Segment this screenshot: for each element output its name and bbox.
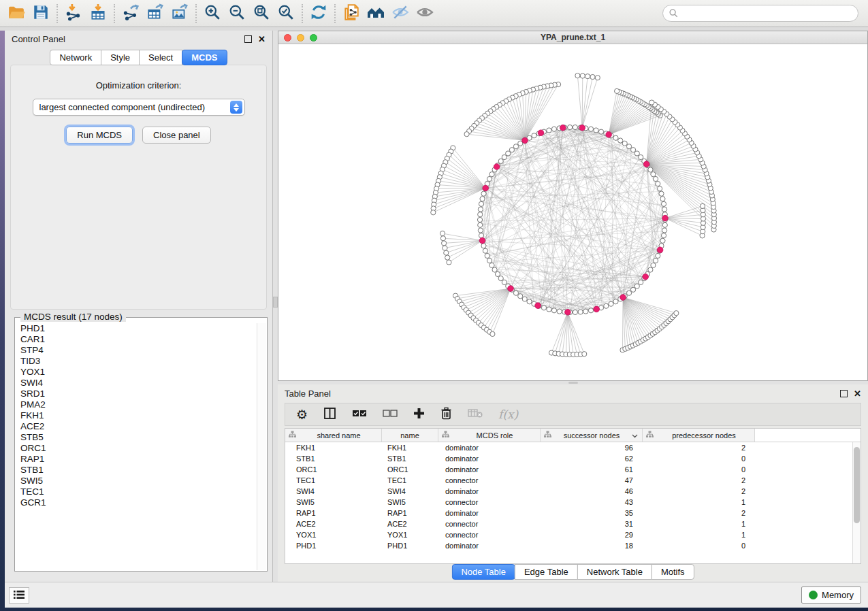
table-cell[interactable]: dominator bbox=[438, 487, 541, 495]
table-row[interactable]: TEC1TEC1connector472 bbox=[285, 475, 853, 486]
mcds-result-item[interactable]: PMA2 bbox=[16, 399, 257, 410]
network-window-titlebar[interactable]: YPA_prune.txt_1 bbox=[278, 31, 867, 44]
function-builder-button[interactable]: f(x) bbox=[498, 406, 518, 423]
column-chooser-button[interactable] bbox=[323, 406, 336, 423]
table-cell[interactable]: YOX1 bbox=[285, 531, 382, 539]
table-cell[interactable]: 43 bbox=[541, 498, 643, 506]
apply-layout-button[interactable] bbox=[306, 3, 331, 24]
table-row[interactable]: YOX1YOX1connector291 bbox=[285, 529, 853, 540]
table-settings-button[interactable]: ⚙ bbox=[296, 406, 308, 423]
table-cell[interactable]: 0 bbox=[643, 542, 755, 550]
chevron-down-icon[interactable] bbox=[632, 431, 638, 440]
mcds-result-item[interactable]: TEC1 bbox=[16, 486, 257, 497]
table-row[interactable]: SWI4SWI4dominator462 bbox=[285, 486, 853, 497]
vertical-splitter[interactable] bbox=[273, 31, 278, 582]
table-cell[interactable]: 1 bbox=[643, 531, 755, 539]
column-header-mcds-role[interactable]: MCDS role bbox=[438, 429, 541, 442]
close-panel-icon[interactable]: ✕ bbox=[854, 389, 861, 398]
table-cell[interactable]: SWI5 bbox=[382, 498, 438, 506]
table-cell[interactable]: 2 bbox=[643, 476, 755, 484]
table-cell[interactable]: TEC1 bbox=[382, 476, 438, 484]
show-all-button[interactable] bbox=[413, 3, 437, 24]
open-session-button[interactable] bbox=[4, 3, 29, 24]
hide-selected-button[interactable] bbox=[388, 3, 413, 24]
table-row[interactable]: ACE2ACE2connector311 bbox=[285, 518, 853, 529]
table-cell[interactable]: 1 bbox=[643, 498, 755, 506]
save-session-button[interactable] bbox=[29, 3, 53, 24]
table-cell[interactable]: connector bbox=[438, 520, 541, 528]
tab-select[interactable]: Select bbox=[139, 50, 182, 65]
splitter-grip[interactable] bbox=[273, 297, 278, 308]
mcds-result-item[interactable]: CAR1 bbox=[16, 334, 257, 345]
table-cell[interactable]: RAP1 bbox=[382, 509, 438, 517]
import-network-button[interactable] bbox=[61, 3, 86, 24]
mcds-result-item[interactable]: RAP1 bbox=[16, 454, 257, 465]
first-neighbors-button[interactable] bbox=[364, 3, 388, 24]
table-scrollbar[interactable] bbox=[852, 442, 861, 563]
table-cell[interactable]: ACE2 bbox=[285, 520, 382, 528]
table-row[interactable]: FKH1FKH1dominator962 bbox=[285, 442, 853, 453]
table-row[interactable]: PHD1PHD1dominator180 bbox=[285, 540, 853, 551]
table-row[interactable]: ORC1ORC1dominator610 bbox=[285, 464, 853, 475]
table-cell[interactable]: 0 bbox=[643, 455, 755, 463]
table-cell[interactable]: 96 bbox=[541, 444, 643, 452]
mcds-result-item[interactable]: ACE2 bbox=[16, 421, 257, 432]
table-cell[interactable]: 47 bbox=[541, 476, 643, 484]
show-panels-button[interactable] bbox=[9, 587, 29, 604]
tab-motifs[interactable]: Motifs bbox=[652, 564, 694, 580]
table-cell[interactable]: TEC1 bbox=[285, 476, 382, 484]
mcds-result-item[interactable]: GCR1 bbox=[16, 497, 257, 508]
search-box[interactable] bbox=[662, 5, 858, 22]
table-cell[interactable]: STB1 bbox=[382, 455, 438, 463]
zoom-out-button[interactable] bbox=[225, 3, 249, 24]
export-image-button[interactable] bbox=[167, 3, 192, 24]
table-cell[interactable]: 2 bbox=[643, 444, 755, 452]
table-cell[interactable]: ACE2 bbox=[382, 520, 438, 528]
table-cell[interactable]: connector bbox=[438, 531, 541, 539]
float-panel-icon[interactable] bbox=[244, 35, 252, 43]
table-cell[interactable]: YOX1 bbox=[382, 531, 438, 539]
mcds-result-item[interactable]: STB5 bbox=[16, 432, 257, 443]
mcds-result-item[interactable]: FKH1 bbox=[16, 410, 257, 421]
table-row[interactable]: STB1STB1dominator620 bbox=[285, 453, 853, 464]
mcds-result-item[interactable]: ORC1 bbox=[16, 443, 257, 454]
table-cell[interactable]: PHD1 bbox=[382, 542, 438, 550]
table-cell[interactable]: dominator bbox=[438, 509, 541, 517]
export-network-button[interactable] bbox=[118, 3, 143, 24]
run-mcds-button[interactable]: Run MCDS bbox=[66, 127, 133, 144]
table-cell[interactable]: dominator bbox=[438, 455, 541, 463]
zoom-in-button[interactable] bbox=[200, 3, 225, 24]
mcds-result-item[interactable]: YOX1 bbox=[16, 367, 257, 378]
table-cell[interactable]: SWI4 bbox=[382, 487, 438, 495]
table-cell[interactable]: 46 bbox=[541, 487, 643, 495]
select-all-button[interactable] bbox=[352, 406, 367, 423]
close-panel-icon[interactable]: ✕ bbox=[258, 35, 266, 44]
table-cell[interactable]: 62 bbox=[541, 455, 643, 463]
tab-edge-table[interactable]: Edge Table bbox=[515, 564, 578, 580]
table-cell[interactable]: dominator bbox=[438, 465, 541, 474]
tab-style[interactable]: Style bbox=[101, 50, 140, 65]
table-cell[interactable]: dominator bbox=[438, 444, 541, 452]
table-cell[interactable]: SWI5 bbox=[285, 498, 382, 506]
column-header-successor-nodes[interactable]: successor nodes bbox=[541, 429, 643, 442]
mcds-result-item[interactable]: STB1 bbox=[16, 465, 257, 476]
mcds-result-item[interactable]: SRD1 bbox=[16, 389, 257, 399]
tab-network[interactable]: Network bbox=[50, 50, 101, 65]
table-row[interactable]: SWI5SWI5connector431 bbox=[285, 497, 853, 508]
column-header-predecessor-nodes[interactable]: predecessor nodes bbox=[643, 429, 755, 442]
table-cell[interactable]: FKH1 bbox=[285, 444, 382, 452]
deselect-all-button[interactable] bbox=[383, 406, 398, 423]
criterion-dropdown[interactable]: largest connected component (undirected) bbox=[33, 99, 245, 116]
mcds-result-item[interactable]: SWI4 bbox=[16, 378, 257, 389]
mcds-result-item[interactable]: PHD1 bbox=[16, 323, 257, 334]
tab-mcds[interactable]: MCDS bbox=[182, 50, 227, 65]
column-header-shared-name[interactable]: shared name bbox=[285, 429, 382, 442]
zoom-fit-button[interactable] bbox=[249, 3, 274, 24]
splitter-grip[interactable] bbox=[568, 382, 578, 384]
table-cell[interactable]: dominator bbox=[438, 542, 541, 550]
float-panel-icon[interactable] bbox=[840, 390, 848, 397]
clone-network-button[interactable] bbox=[339, 3, 364, 24]
close-panel-button[interactable]: Close panel bbox=[142, 127, 211, 144]
table-scrollbar-thumb[interactable] bbox=[854, 447, 860, 523]
table-cell[interactable]: 0 bbox=[643, 465, 755, 474]
